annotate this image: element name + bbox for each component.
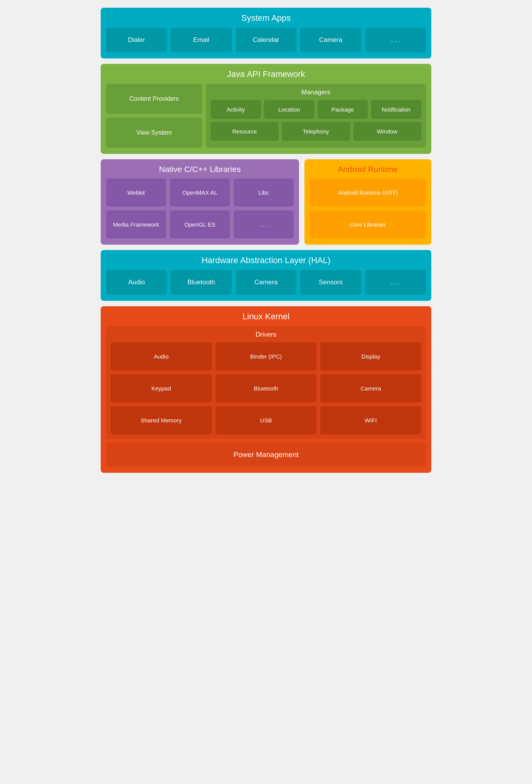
content-providers: Content Providers	[106, 84, 202, 114]
lib-openmax: OpenMAX AL	[170, 178, 230, 207]
managers-row-1: Activity Location Package Notification	[211, 100, 421, 119]
hal-row: Audio Bluetooth Camera Sensors . . .	[106, 270, 426, 295]
drivers-section: Drivers Audio Binder (IPC) Display Keypa…	[106, 326, 426, 439]
app-camera: Camera	[300, 28, 361, 52]
lib-libc: Libc	[234, 178, 294, 207]
managers-grid: Activity Location Package Notification R…	[211, 100, 421, 141]
linux-kernel-title: Linux Kernel	[106, 312, 426, 322]
driver-keypad: Keypad	[111, 374, 212, 402]
view-system: View System	[106, 118, 202, 148]
system-apps-title: System Apps	[106, 13, 426, 23]
app-email: Email	[171, 28, 231, 52]
apps-row: Dialer Email Calendar Camera . . .	[106, 28, 426, 52]
hal-audio: Audio	[106, 270, 167, 295]
app-more: . . .	[365, 28, 426, 52]
app-dialer: Dialer	[106, 28, 167, 52]
android-runtime-title: Android Runtime	[310, 165, 426, 174]
hal-title: Hardware Abstraction Layer (HAL)	[106, 255, 426, 265]
lib-webkit: Webkit	[106, 178, 166, 207]
driver-bluetooth: Bluetooth	[216, 374, 317, 402]
runtime-core-libs: Core Libraries	[310, 210, 426, 239]
lib-media-framework: Media Framework	[106, 210, 166, 239]
runtime-art: Android Runtime (ART)	[310, 178, 426, 207]
managers-title: Managers	[211, 88, 421, 96]
hal-camera: Camera	[236, 270, 296, 295]
manager-notification: Notification	[371, 100, 421, 119]
hal-bluetooth: Bluetooth	[171, 270, 231, 295]
java-api-content: Content Providers View System Managers A…	[106, 84, 426, 148]
driver-wifi: WIFI	[320, 406, 421, 434]
native-cpp-title: Native C/C++ Libraries	[106, 165, 294, 174]
managers-row-2: Resource Telephony Window	[211, 122, 421, 141]
android-runtime-layer: Android Runtime Android Runtime (ART) Co…	[304, 159, 431, 245]
java-api-left: Content Providers View System	[106, 84, 202, 148]
driver-binder: Binder (IPC)	[216, 342, 317, 370]
driver-camera: Camera	[320, 374, 421, 402]
manager-resource: Resource	[211, 122, 279, 141]
hal-more: . . .	[365, 270, 426, 295]
drivers-grid: Audio Binder (IPC) Display Keypad Blueto…	[111, 342, 421, 434]
system-apps-layer: System Apps Dialer Email Calendar Camera…	[101, 8, 431, 58]
java-api-layer: Java API Framework Content Providers Vie…	[101, 64, 431, 154]
native-grid: Webkit OpenMAX AL Libc Media Framework O…	[106, 178, 294, 239]
manager-window: Window	[353, 122, 421, 141]
app-calendar: Calendar	[236, 28, 296, 52]
middle-row: Native C/C++ Libraries Webkit OpenMAX AL…	[101, 159, 431, 245]
driver-display: Display	[320, 342, 421, 370]
linux-kernel-layer: Linux Kernel Drivers Audio Binder (IPC) …	[101, 306, 431, 473]
driver-usb: USB	[216, 406, 317, 434]
lib-more: . . .	[234, 210, 294, 239]
manager-location: Location	[264, 100, 314, 119]
driver-audio: Audio	[111, 342, 212, 370]
native-cpp-layer: Native C/C++ Libraries Webkit OpenMAX AL…	[101, 159, 299, 245]
manager-package: Package	[318, 100, 368, 119]
hal-layer: Hardware Abstraction Layer (HAL) Audio B…	[101, 250, 431, 301]
manager-activity: Activity	[211, 100, 261, 119]
managers-section: Managers Activity Location Package Notif…	[206, 84, 426, 148]
lib-opengl-es: OpenGL ES	[170, 210, 230, 239]
drivers-title: Drivers	[111, 331, 421, 339]
driver-shared-memory: Shared Memory	[111, 406, 212, 434]
java-api-title: Java API Framework	[106, 69, 426, 79]
hal-sensors: Sensors	[300, 270, 361, 295]
power-management: Power Management	[106, 443, 426, 467]
manager-telephony: Telephony	[282, 122, 350, 141]
